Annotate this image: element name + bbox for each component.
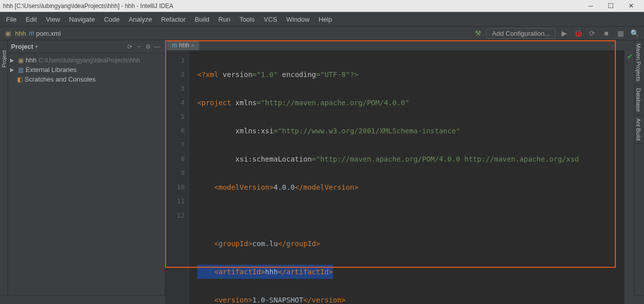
build-hammer-icon[interactable]: ⚒ (472, 28, 484, 39)
tree-external-libraries[interactable]: ▶ ▥ External Libraries (8, 65, 165, 74)
code-token: 1.0-SNAPSHOT (253, 296, 303, 304)
code-token: <?xml (197, 70, 223, 79)
menu-window[interactable]: Window (282, 15, 313, 24)
left-toolwindow-strip: Project (0, 40, 8, 295)
inspection-ok-icon: ✔ (627, 52, 633, 60)
expand-arrow-icon[interactable]: ▶ (10, 67, 16, 72)
close-tab-icon[interactable]: × (191, 42, 194, 48)
project-toolwindow-tab[interactable]: Project (1, 50, 7, 67)
settings-gear-icon[interactable]: ⚙ (143, 42, 152, 51)
autoscroll-icon[interactable]: ⟳ (125, 42, 134, 51)
expand-arrow-icon[interactable]: ▶ (10, 57, 16, 63)
code-token: xsi:schemaLocation (197, 155, 312, 163)
menu-navigate[interactable]: Navigate (65, 15, 99, 24)
titlebar-text: hhh [C:\Users\lubingyang\IdeaProjects\hh… (3, 3, 581, 10)
code-token: com.lu (253, 240, 278, 248)
maven-icon: m (172, 42, 177, 49)
folder-icon: ▣ (18, 57, 24, 64)
code-token: hhh (265, 268, 278, 276)
navigation-bar: ▣ hhh m pom.xml ⚒ Add Configuration... ▶… (0, 26, 644, 40)
tree-scratches-label: Scratches and Consoles (25, 75, 96, 83)
collapse-icon[interactable]: ÷ (134, 42, 143, 51)
project-folder-icon: ▣ (4, 29, 12, 37)
add-configuration-button[interactable]: Add Configuration... (487, 28, 555, 39)
code-token: <modelVersion> (197, 183, 274, 191)
line-number: 2 (165, 67, 185, 82)
inspection-gutter: ✔ (624, 50, 634, 304)
line-number: 5 (165, 110, 185, 124)
line-number: 3 (165, 82, 185, 96)
tree-project-root[interactable]: ▶ ▣ hhh C:\Users\lubingyang\IdeaProjects… (8, 55, 165, 65)
tree-project-name: hhh (26, 56, 37, 64)
code-token: ="1.0" (253, 70, 282, 79)
tree-project-path: C:\Users\lubingyang\IdeaProjects\hhh (39, 57, 140, 64)
line-number: 12 (165, 208, 185, 222)
code-token: ="http://maven.apache.org/POM/4.0.0" (257, 99, 409, 107)
dropdown-icon[interactable]: ▾ (35, 44, 38, 49)
line-number: 10 (165, 180, 185, 194)
hide-icon[interactable]: — (152, 42, 162, 51)
line-number: 8 (165, 152, 185, 166)
editor-tabbar: m hhh × (165, 40, 634, 50)
breadcrumb-project[interactable]: hhh (15, 30, 26, 37)
menu-edit[interactable]: Edit (22, 15, 41, 24)
menu-code[interactable]: Code (100, 15, 124, 24)
line-number: 1 (165, 53, 185, 67)
search-everywhere-icon[interactable]: 🔍 (629, 28, 640, 39)
stop-icon[interactable]: ■ (601, 28, 612, 39)
titlebar: hhh [C:\Users\lubingyang\IdeaProjects\hh… (0, 0, 644, 12)
tree-external-label: External Libraries (26, 66, 76, 73)
line-number: 9 (165, 166, 185, 180)
menu-vcs[interactable]: VCS (260, 15, 281, 24)
menu-help[interactable]: Help (314, 15, 336, 24)
maven-toolwindow-tab[interactable]: Maven Projects (634, 40, 642, 85)
project-tree: ▶ ▣ hhh C:\Users\lubingyang\IdeaProjects… (8, 53, 165, 86)
code-token: <artifactId> (197, 268, 265, 276)
maximize-button[interactable]: ☐ (601, 0, 621, 12)
menu-refactor[interactable]: Refactor (157, 15, 190, 24)
library-icon: ▥ (18, 66, 24, 73)
run-icon[interactable]: ▶ (558, 28, 570, 39)
code-token: ="http://www.w3.org/2001/XMLSchema-insta… (274, 127, 460, 135)
menu-analyze[interactable]: Analyze (125, 15, 156, 24)
debug-icon[interactable]: 🐞 (573, 28, 584, 39)
menu-build[interactable]: Build (191, 15, 213, 24)
tab-label: hhh (179, 42, 189, 49)
ant-toolwindow-tab[interactable]: Ant Build (634, 115, 642, 144)
minimize-button[interactable]: ─ (581, 0, 601, 12)
code-token: </artifactId> (278, 268, 333, 276)
code-token: <groupId> (197, 240, 253, 248)
menu-tools[interactable]: Tools (235, 15, 259, 24)
sidebar-header: Project ▾ ⟳ ÷ ⚙ — (8, 40, 165, 53)
code-content[interactable]: <?xml version="1.0" encoding="UTF-8"?> <… (189, 50, 624, 304)
breadcrumb-file[interactable]: m pom.xml (29, 30, 61, 37)
project-structure-icon[interactable]: ▦ (615, 28, 626, 39)
database-toolwindow-tab[interactable]: Database (634, 85, 642, 115)
breadcrumb-file-label: pom.xml (36, 30, 61, 37)
line-number: 4 (165, 96, 185, 110)
code-editor[interactable]: 1 2 3 4 5 6 7 8 9 10 11 12 <?xml version… (165, 50, 634, 304)
menu-file[interactable]: File (2, 15, 21, 24)
code-token: version (223, 70, 253, 79)
line-number: 11 (165, 194, 185, 208)
coverage-icon[interactable]: ⟳ (587, 28, 598, 39)
code-token: ="UTF-8"?> (316, 70, 358, 79)
code-token: </modelVersion> (295, 183, 358, 191)
code-token: ="http://maven.apache.org/POM/4.0.0 http… (312, 155, 579, 163)
code-token: <project (197, 99, 235, 107)
menu-view[interactable]: View (42, 15, 64, 24)
editor-area: m hhh × 1 2 3 4 5 6 7 8 9 10 11 12 <?xml… (165, 40, 634, 295)
code-token: xmlns (235, 99, 257, 107)
line-number: 6 (165, 124, 185, 138)
menu-run[interactable]: Run (214, 15, 234, 24)
tree-scratches[interactable]: ◧ Scratches and Consoles (8, 74, 165, 84)
menubar: File Edit View Navigate Code Analyze Ref… (0, 12, 644, 26)
right-toolwindow-strip: Maven Projects Database Ant Build (634, 40, 644, 295)
line-gutter: 1 2 3 4 5 6 7 8 9 10 11 12 (165, 50, 189, 304)
code-token: xmlns:xsi (197, 127, 274, 135)
editor-tab-hhh[interactable]: m hhh × (167, 40, 199, 50)
maven-icon: m (29, 30, 34, 37)
code-token: </groupId> (278, 240, 320, 248)
scratches-icon: ◧ (17, 76, 23, 83)
close-button[interactable]: ✕ (621, 0, 641, 12)
